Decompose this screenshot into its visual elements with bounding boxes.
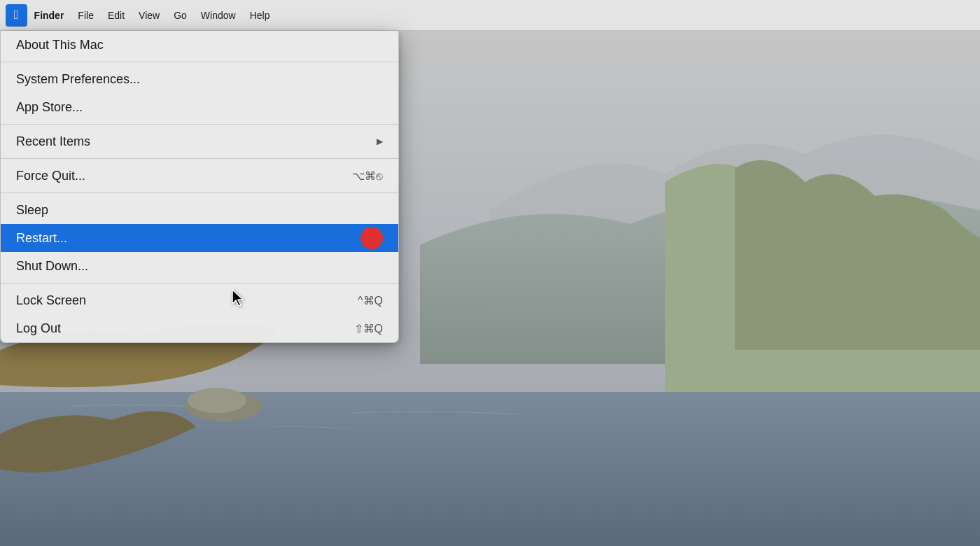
finder-label: Finder <box>34 10 64 21</box>
restart-item[interactable]: Restart... <box>1 224 398 252</box>
log-out-shortcut: ⇧⌘Q <box>354 322 383 335</box>
apple-icon:  <box>14 8 19 22</box>
lock-screen-shortcut: ^⌘Q <box>358 294 383 307</box>
sleep-label: Sleep <box>16 203 383 218</box>
go-menu[interactable]: Go <box>167 4 194 27</box>
view-label: View <box>139 10 160 21</box>
file-menu[interactable]: File <box>71 4 101 27</box>
shut-down-label: Shut Down... <box>16 259 383 274</box>
go-label: Go <box>174 10 187 21</box>
separator-3 <box>1 158 398 159</box>
help-label: Help <box>250 10 270 21</box>
about-this-mac-item[interactable]: About This Mac <box>1 31 398 59</box>
svg-point-3 <box>188 388 246 413</box>
recent-items-item[interactable]: Recent Items ▶ <box>1 127 398 155</box>
force-quit-label: Force Quit... <box>16 169 346 183</box>
recent-items-arrow-icon: ▶ <box>377 136 383 146</box>
window-menu[interactable]: Window <box>194 4 243 27</box>
finder-menu[interactable]: Finder <box>27 4 71 27</box>
about-this-mac-label: About This Mac <box>16 38 383 52</box>
view-menu[interactable]: View <box>132 4 167 27</box>
sleep-item[interactable]: Sleep <box>1 196 398 224</box>
system-preferences-label: System Preferences... <box>16 72 383 87</box>
menubar:  Finder File Edit View Go Window Help <box>0 0 980 31</box>
window-label: Window <box>201 10 236 21</box>
log-out-item[interactable]: Log Out ⇧⌘Q <box>1 314 398 342</box>
edit-label: Edit <box>108 10 125 21</box>
restart-indicator <box>360 227 383 249</box>
apple-menu-button[interactable]:  <box>6 4 27 27</box>
edit-menu[interactable]: Edit <box>101 4 132 27</box>
lock-screen-item[interactable]: Lock Screen ^⌘Q <box>1 286 398 314</box>
system-preferences-item[interactable]: System Preferences... <box>1 65 398 93</box>
separator-4 <box>1 192 398 193</box>
file-label: File <box>78 10 94 21</box>
apple-dropdown-menu: About This Mac System Preferences... App… <box>0 31 399 343</box>
force-quit-item[interactable]: Force Quit... ⌥⌘⎋ <box>1 162 398 190</box>
shut-down-item[interactable]: Shut Down... <box>1 252 398 280</box>
lock-screen-label: Lock Screen <box>16 293 352 308</box>
restart-label: Restart... <box>16 231 352 246</box>
force-quit-shortcut: ⌥⌘⎋ <box>352 169 383 183</box>
separator-2 <box>1 124 398 125</box>
recent-items-label: Recent Items <box>16 134 377 149</box>
help-menu[interactable]: Help <box>243 4 277 27</box>
log-out-label: Log Out <box>16 321 349 336</box>
app-store-item[interactable]: App Store... <box>1 93 398 121</box>
separator-1 <box>1 62 398 62</box>
separator-5 <box>1 283 398 284</box>
app-store-label: App Store... <box>16 100 383 115</box>
